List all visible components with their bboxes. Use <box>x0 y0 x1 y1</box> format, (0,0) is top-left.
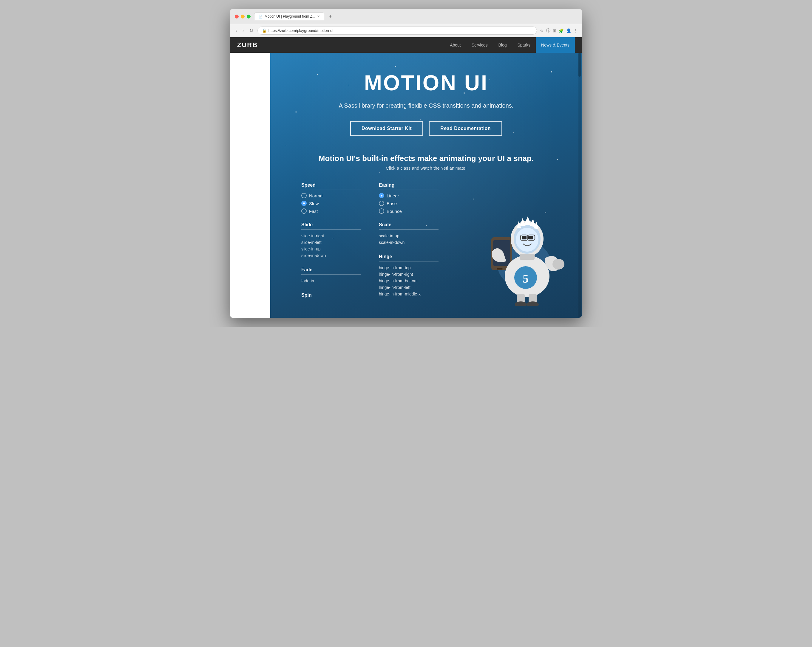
svg-marker-18 <box>524 216 531 225</box>
yeti-svg: 5 <box>464 187 566 306</box>
tab-favicon: 📄 <box>259 15 263 18</box>
slide-list: slide-in-right slide-in-left slide-in-up… <box>301 233 361 259</box>
fade-title: Fade <box>301 267 361 275</box>
easing-linear-label: Linear <box>387 193 399 198</box>
fade-list: fade-in <box>301 278 361 284</box>
yeti-mascot: 5 <box>464 187 566 303</box>
svg-text:5: 5 <box>523 272 529 285</box>
speed-title: Speed <box>301 183 361 190</box>
forward-button[interactable]: › <box>241 27 245 34</box>
list-item[interactable]: hinge-in-from-middle-x <box>379 291 438 297</box>
easing-options: Linear Ease Bounce <box>379 193 438 214</box>
list-item[interactable]: hinge-in-from-left <box>379 284 438 291</box>
easing-ease-radio[interactable] <box>379 201 384 206</box>
scale-title: Scale <box>379 222 438 230</box>
hero-buttons: Download Starter Kit Read Documentation <box>278 121 575 136</box>
hinge-title: Hinge <box>379 254 438 262</box>
nav-links: About Services Blog Sparks News & Events <box>444 37 575 53</box>
svg-rect-3 <box>497 268 503 269</box>
scale-list: scale-in-up scale-in-down <box>379 233 438 246</box>
list-item[interactable]: scale-in-up <box>379 233 438 239</box>
effects-sub: Click a class and watch the Yeti animate… <box>278 166 575 171</box>
scrollbar-thumb[interactable] <box>578 53 581 77</box>
svg-rect-21 <box>520 254 534 260</box>
speed-slow[interactable]: Slow <box>301 201 361 206</box>
speed-normal-radio[interactable] <box>301 193 307 198</box>
nav-news-events[interactable]: News & Events <box>536 37 575 53</box>
list-item[interactable]: hinge-in-from-right <box>379 271 438 278</box>
extensions-icon[interactable]: 🧩 <box>559 28 564 33</box>
lock-icon: 🔒 <box>262 28 267 33</box>
svg-rect-11 <box>522 236 527 239</box>
address-icons: ☆ ⓘ ⊞ 🧩 👤 ⋮ <box>540 28 578 33</box>
menu-icon[interactable]: ⋮ <box>574 28 578 33</box>
read-documentation-button[interactable]: Read Documentation <box>429 121 502 136</box>
nav-sparks[interactable]: Sparks <box>512 37 536 53</box>
scale-section: Scale scale-in-up scale-in-down <box>379 222 438 246</box>
fade-section: Fade fade-in <box>301 267 361 284</box>
sidebar <box>230 68 270 318</box>
easing-linear-radio[interactable] <box>379 193 384 198</box>
speed-normal[interactable]: Normal <box>301 193 361 198</box>
hinge-list: hinge-in-from-top hinge-in-from-right hi… <box>379 265 438 297</box>
hero-subtitle: A Sass library for creating flexible CSS… <box>278 102 575 109</box>
right-effects-col: Easing Linear Ease <box>379 183 438 303</box>
profile-icon[interactable]: 👤 <box>566 28 571 33</box>
bookmark-icon[interactable]: ☆ <box>540 28 544 33</box>
speed-options: Normal Slow Fast <box>301 193 361 214</box>
maximize-button[interactable] <box>247 15 250 18</box>
effects-heading: Motion UI's built-in effects make animat… <box>278 154 575 163</box>
svg-rect-12 <box>528 236 533 239</box>
speed-slow-label: Slow <box>309 201 319 206</box>
hero-section: MOTION UI A Sass library for creating fl… <box>270 53 582 318</box>
easing-ease-label: Ease <box>387 201 397 206</box>
left-effects-col: Speed Normal Slow <box>301 183 361 303</box>
nav-services[interactable]: Services <box>466 37 493 53</box>
list-item[interactable]: hinge-in-from-top <box>379 265 438 271</box>
list-item[interactable]: hinge-in-from-bottom <box>379 278 438 284</box>
list-item[interactable]: slide-in-up <box>301 246 361 252</box>
easing-bounce[interactable]: Bounce <box>379 209 438 214</box>
hero-title: MOTION UI <box>278 71 575 95</box>
easing-ease[interactable]: Ease <box>379 201 438 206</box>
list-item[interactable]: slide-in-left <box>301 239 361 246</box>
site-nav: ZURB About Services Blog Sparks News & E… <box>230 37 582 53</box>
slide-section: Slide slide-in-right slide-in-left slide… <box>301 222 361 259</box>
spin-title: Spin <box>301 292 361 300</box>
easing-bounce-radio[interactable] <box>379 209 384 214</box>
title-bar: 📄 Motion UI | Playground from Z... ✕ + <box>230 9 582 24</box>
info-icon[interactable]: ⓘ <box>546 28 550 33</box>
nav-about[interactable]: About <box>444 37 466 53</box>
spin-section: Spin <box>301 292 361 300</box>
easing-linear[interactable]: Linear <box>379 193 438 198</box>
close-button[interactable] <box>235 15 239 18</box>
speed-fast-radio[interactable] <box>301 209 307 214</box>
easing-title: Easing <box>379 183 438 190</box>
speed-fast[interactable]: Fast <box>301 209 361 214</box>
layers-icon[interactable]: ⊞ <box>553 28 556 33</box>
list-item[interactable]: fade-in <box>301 278 361 284</box>
site-logo[interactable]: ZURB <box>237 41 258 49</box>
hinge-section: Hinge hinge-in-from-top hinge-in-from-ri… <box>379 254 438 297</box>
tab-title: Motion UI | Playground from Z... <box>265 14 315 18</box>
tab-bar: 📄 Motion UI | Playground from Z... ✕ + <box>254 12 577 20</box>
easing-section: Easing Linear Ease <box>379 183 438 214</box>
speed-section: Speed Normal Slow <box>301 183 361 214</box>
nav-blog[interactable]: Blog <box>493 37 512 53</box>
scrollbar[interactable] <box>578 53 581 318</box>
back-button[interactable]: ‹ <box>234 27 238 34</box>
tab-close-icon[interactable]: ✕ <box>317 15 320 18</box>
traffic-lights <box>235 15 250 18</box>
list-item[interactable]: slide-in-right <box>301 233 361 239</box>
new-tab-button[interactable]: + <box>327 12 334 20</box>
speed-slow-radio[interactable] <box>301 201 307 206</box>
download-starter-kit-button[interactable]: Download Starter Kit <box>350 121 423 136</box>
list-item[interactable]: scale-in-down <box>379 239 438 246</box>
reload-button[interactable]: ↻ <box>248 27 255 34</box>
url-box[interactable]: 🔒 https://zurb.com/playground/motion-ui <box>258 27 537 35</box>
active-tab[interactable]: 📄 Motion UI | Playground from Z... ✕ <box>254 12 324 20</box>
speed-fast-label: Fast <box>309 209 318 214</box>
list-item[interactable]: slide-in-down <box>301 252 361 259</box>
minimize-button[interactable] <box>241 15 244 18</box>
effects-grid: Speed Normal Slow <box>278 183 575 303</box>
